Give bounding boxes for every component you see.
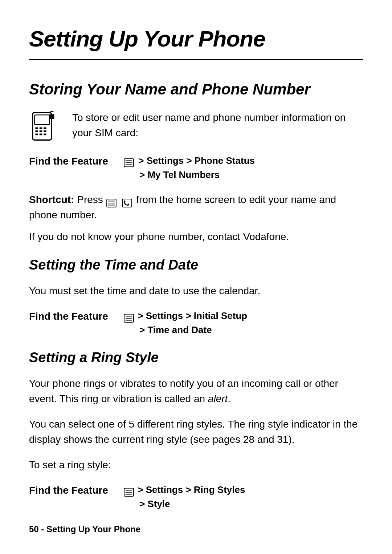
svg-rect-12	[49, 114, 54, 119]
path-line1-time: > Settings > Initial Setup	[123, 309, 247, 323]
section-time: Setting the Time and Date You must set t…	[29, 255, 363, 337]
path-line1-ring: > Settings > Ring Styles	[123, 483, 245, 497]
shortcut-para: Shortcut: Press from the home screen to …	[29, 192, 363, 223]
body-para-ring1: Your phone rings or vibrates to notify y…	[29, 376, 363, 407]
phone-icon	[29, 111, 60, 143]
path-mytel-storing: > My Tel Numbers	[139, 169, 220, 180]
svg-rect-8	[35, 134, 38, 136]
find-feature-path-ring: > Settings > Ring Styles > Style	[123, 483, 245, 511]
section-title-ring: Setting a Ring Style	[29, 347, 363, 368]
path-settings-ring: > Settings > Ring Styles	[138, 484, 245, 495]
path-line2-ring: > Style	[123, 497, 245, 511]
section-ring: Setting a Ring Style Your phone rings or…	[29, 347, 363, 511]
svg-rect-5	[35, 130, 38, 132]
svg-rect-0	[33, 113, 52, 140]
shortcut-label: Shortcut:	[29, 194, 74, 205]
path-settings-storing: > Settings > Phone Status	[138, 155, 255, 166]
find-feature-row-time: Find the Feature > Settings > Initial Se…	[29, 309, 363, 337]
find-feature-row-ring: Find the Feature > Settings > Ring Style…	[29, 483, 363, 511]
section-intro-storing: To store or edit user name and phone num…	[72, 109, 363, 141]
svg-rect-9	[40, 134, 42, 136]
title-divider	[29, 59, 363, 60]
svg-rect-6	[40, 130, 42, 132]
phone-icon-container	[29, 109, 64, 143]
section-storing: Storing Your Name and Phone Number	[29, 78, 363, 244]
menu-icon-shortcut1	[106, 197, 116, 205]
find-feature-path-storing: > Settings > Phone Status > My Tel Numbe…	[123, 154, 255, 182]
svg-rect-2	[35, 127, 38, 129]
shortcut-text2: from the home screen to edit your name a…	[29, 194, 336, 221]
body-para-storing: If you do not know your phone number, co…	[29, 229, 363, 244]
find-feature-label-ring: Find the Feature	[29, 483, 123, 498]
body-para-ring3: To set a ring style:	[29, 457, 363, 473]
svg-rect-21	[122, 199, 132, 207]
path-settings-time: > Settings > Initial Setup	[138, 310, 247, 321]
svg-rect-4	[44, 127, 46, 129]
svg-rect-3	[40, 127, 42, 129]
path-line1-storing: > Settings > Phone Status	[123, 154, 255, 168]
menu-icon-time	[123, 312, 134, 320]
svg-rect-10	[44, 134, 46, 136]
section-title-storing: Storing Your Name and Phone Number	[29, 78, 363, 101]
intro-block: To store or edit user name and phone num…	[29, 109, 363, 143]
page-footer: 50 - Setting Up Your Phone	[29, 523, 140, 536]
find-feature-label-storing: Find the Feature	[29, 154, 123, 169]
ring-body1: Your phone rings or vibrates to notify y…	[29, 378, 338, 404]
find-feature-row-storing: Find the Feature > Settings > Phone Stat…	[29, 154, 363, 182]
svg-line-11	[49, 111, 54, 113]
menu-icon-storing	[123, 157, 134, 166]
page-title: Setting Up Your Phone	[29, 22, 363, 56]
find-feature-label-time: Find the Feature	[29, 309, 123, 324]
intro-time: You must set the time and date to use th…	[29, 283, 363, 299]
path-timedate: > Time and Date	[139, 324, 212, 335]
path-line2-time: > Time and Date	[123, 323, 247, 337]
section-title-time: Setting the Time and Date	[29, 255, 363, 275]
path-style-ring: > Style	[139, 498, 170, 509]
menu-icon-ring	[123, 486, 134, 494]
find-feature-path-time: > Settings > Initial Setup > Time and Da…	[123, 309, 247, 337]
svg-rect-1	[35, 115, 50, 125]
path-line2-storing: > My Tel Numbers	[123, 168, 255, 182]
call-icon-shortcut	[122, 197, 132, 205]
body-para-ring2: You can select one of 5 different ring s…	[29, 417, 363, 447]
shortcut-text: Press	[77, 194, 106, 205]
svg-rect-7	[44, 130, 46, 132]
ring-body1-italic: alert	[208, 393, 228, 404]
ring-body1-end: .	[228, 393, 230, 404]
